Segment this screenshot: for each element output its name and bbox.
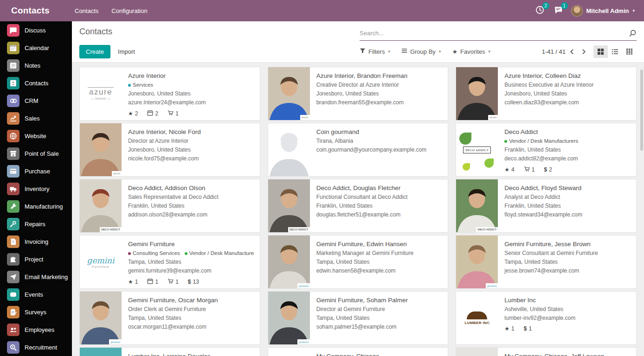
contact-card-deco-addict-douglas-fletcher[interactable]: DECO ADDICTDeco Addict, Douglas Fletcher… xyxy=(268,179,449,233)
contact-card-azure-interior-colleen-diaz[interactable]: azureAzure Interior, Colleen DiazBusines… xyxy=(456,67,637,121)
card-body: Deco Addict, Floyd StewardAnalyst at Dec… xyxy=(498,179,636,232)
sidebar-item-surveys[interactable]: Surveys xyxy=(0,303,72,321)
badge-dollar[interactable]: $1 xyxy=(524,325,532,332)
contact-card-azure-interior-nicole-ford[interactable]: azureAzure Interior, Nicole FordDirector… xyxy=(79,123,260,177)
sidebar-item-notes[interactable]: Notes xyxy=(0,57,72,74)
user-avatar xyxy=(571,5,583,17)
activity-view-button[interactable] xyxy=(622,45,637,58)
menu-configuration[interactable]: Configuration xyxy=(111,7,147,14)
sidebar-item-label: Email Marketing xyxy=(25,273,68,280)
contacts-icon xyxy=(7,77,19,89)
contact-card-coin-gourmand[interactable]: Coin gourmandTirana, Albaniacoin.gourman… xyxy=(268,123,449,177)
badge-star[interactable]: ★1 xyxy=(128,279,138,285)
contact-card-gemini-furniture-edwin-hansen[interactable]: geminiGemini Furniture, Edwin HansenMark… xyxy=(268,235,449,289)
card-body: Deco AddictVendor / Desk ManufacturersFr… xyxy=(498,123,636,176)
card-body: Gemini Furniture, Jesse BrownSenior Cons… xyxy=(498,235,636,288)
sidebar-item-manufacturing[interactable]: Manufacturing xyxy=(0,197,72,215)
contact-card-deco-addict-floyd-steward[interactable]: DECO ADDICTDeco Addict, Floyd StewardAna… xyxy=(456,179,637,233)
badge-star[interactable]: ★2 xyxy=(128,110,138,117)
sidebar-item-label: Recruitment xyxy=(25,344,57,351)
sidebar-item-website[interactable]: Website xyxy=(0,127,72,145)
contact-card-deco-addict-addison-olson[interactable]: DECO ADDICTDeco Addict, Addison OlsonSal… xyxy=(79,179,260,233)
contact-name: Deco Addict, Douglas Fletcher xyxy=(316,184,443,191)
sidebar-item-label: Sales xyxy=(25,115,40,122)
sidebar-item-label: Purchase xyxy=(25,168,50,175)
contact-name: Gemini Furniture, Jesse Brown xyxy=(504,241,631,248)
chevron-down-icon: ▾ xyxy=(632,8,635,13)
sidebar-item-calendar[interactable]: Calendar xyxy=(0,39,72,57)
contact-name: Azure Interior, Colleen Diaz xyxy=(504,72,631,79)
contact-card-deco-addict[interactable]: DECO ADDICTDeco AddictVendor / Desk Manu… xyxy=(456,123,637,177)
pager-next-button[interactable] xyxy=(578,46,590,57)
sidebar-item-label: Inventory xyxy=(25,185,49,192)
contact-photo: gemini xyxy=(268,292,310,344)
contact-email: deco.addict82@example.com xyxy=(504,154,631,163)
contact-card-gemini-furniture-jesse-brown[interactable]: geminiGemini Furniture, Jesse BrownSenio… xyxy=(456,235,637,289)
search-input[interactable] xyxy=(360,30,626,37)
activities-button[interactable]: 2 xyxy=(534,5,546,17)
contact-email: edwin.hansen58@example.com xyxy=(316,267,443,275)
events-icon xyxy=(7,288,19,301)
contact-photo: azure xyxy=(268,67,310,120)
contact-card-my-company-chicago-jeff-lawson[interactable]: My Company, Chicago, Jeff Lawson xyxy=(456,347,637,356)
sidebar-item-purchase[interactable]: Purchase xyxy=(0,162,72,180)
sidebar-item-label: Invoicing xyxy=(25,238,48,245)
sidebar-item-label: Events xyxy=(25,291,43,298)
scrollbar-thumb[interactable] xyxy=(640,70,643,151)
contact-name: Lumber Inc, Lorraine Douglas xyxy=(128,353,254,356)
deco-addict-logo: DECO ADDICT xyxy=(456,123,498,176)
pager-previous-button[interactable] xyxy=(566,46,578,57)
badge-cart[interactable]: 1 xyxy=(167,278,179,286)
sidebar-item-project[interactable]: Project xyxy=(0,250,72,268)
sidebar-item-discuss[interactable]: Discuss xyxy=(0,21,72,39)
sidebar-item-inventory[interactable]: Inventory xyxy=(0,180,72,197)
create-button[interactable]: Create xyxy=(79,45,110,58)
badge-cart[interactable]: 1 xyxy=(167,110,179,117)
contact-card-gemini-furniture[interactable]: geminiFurnitureGemini FurnitureConsultin… xyxy=(79,235,260,289)
contact-card-lumber-inc-lorraine-douglas[interactable]: Lumber Inc, Lorraine Douglas xyxy=(79,347,260,356)
sidebar-item-email-marketing[interactable]: Email Marketing xyxy=(0,268,72,286)
default-avatar xyxy=(268,123,310,176)
menu-contacts[interactable]: Contacts xyxy=(75,7,98,14)
badge-dollar[interactable]: $2 xyxy=(544,166,552,173)
badge-dollar[interactable]: $13 xyxy=(188,279,199,285)
sidebar-item-recruitment[interactable]: Recruitment xyxy=(0,338,72,356)
contact-card-gemini-furniture-oscar-morgan[interactable]: geminiGemini Furniture, Oscar MorganOrde… xyxy=(79,291,260,345)
sidebar-item-invoicing[interactable]: $Invoicing xyxy=(0,233,72,250)
sidebar-item-repairs[interactable]: Repairs xyxy=(0,215,72,233)
filters-menu[interactable]: Filters▾ xyxy=(360,48,390,55)
sidebar-item-sales[interactable]: Sales xyxy=(0,109,72,127)
favorites-menu[interactable]: ★ Favorites▾ xyxy=(452,48,490,55)
tag-vendor-desk-manufacturers: Vendor / Desk Manufacturers xyxy=(504,137,578,146)
dollar-icon: $ xyxy=(544,166,547,173)
import-button[interactable]: Import xyxy=(118,48,135,55)
badge-star[interactable]: ★1 xyxy=(504,325,514,332)
contact-email: addison.olson28@example.com xyxy=(128,210,254,219)
contact-location: Tampa, United States xyxy=(128,258,254,267)
contact-card-my-company-chicago[interactable]: My Company, Chicago xyxy=(268,347,449,356)
badge-star[interactable]: ★4 xyxy=(504,166,514,173)
contact-email: floyd.steward34@example.com xyxy=(504,210,631,219)
list-view-button[interactable] xyxy=(608,45,622,58)
sidebar-item-point-of-sale[interactable]: Point of Sale xyxy=(0,145,72,162)
sidebar-item-contacts[interactable]: Contacts xyxy=(0,74,72,92)
search-icon[interactable] xyxy=(626,29,637,37)
card-body: Gemini Furniture, Soham PalmerDirector a… xyxy=(310,292,448,344)
group-by-menu[interactable]: Group By▾ xyxy=(401,48,441,55)
badge-calendar[interactable]: 2 xyxy=(147,110,158,117)
sidebar-item-events[interactable]: Events xyxy=(0,286,72,303)
badge-calendar[interactable]: 1 xyxy=(147,278,158,286)
contact-card-gemini-furniture-soham-palmer[interactable]: geminiGemini Furniture, Soham PalmerDire… xyxy=(268,291,449,345)
badge-cart[interactable]: 1 xyxy=(524,166,535,173)
contact-email: oscar.morgan11@example.com xyxy=(128,323,254,331)
user-menu[interactable]: Mitchell Admin ▾ xyxy=(571,5,635,17)
sidebar-item-employees[interactable]: Employees xyxy=(0,321,72,338)
contact-card-lumber-inc[interactable]: LUMBER INCLumber IncAsheville, United St… xyxy=(456,291,637,345)
sidebar-item-crm[interactable]: CRM xyxy=(0,92,72,109)
company-logo: LUMBER INC xyxy=(456,292,498,344)
kanban-view-button[interactable] xyxy=(593,45,608,58)
contact-card-azure-interior-brandon-freeman[interactable]: azureAzure Interior, Brandon FreemanCrea… xyxy=(268,67,449,121)
search-box xyxy=(360,26,637,41)
contact-card-azure-interior[interactable]: azure— interior —Azure InteriorServicesJ… xyxy=(79,67,260,121)
messages-button[interactable]: 1 xyxy=(553,5,565,17)
